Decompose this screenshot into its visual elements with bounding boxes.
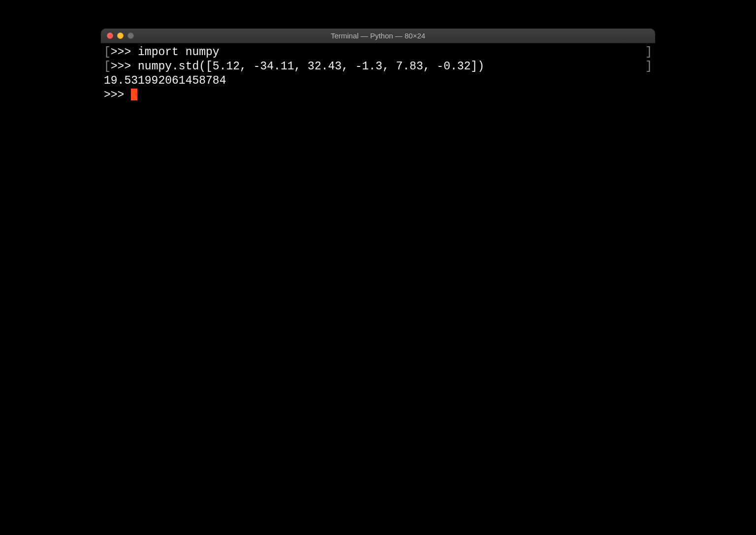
terminal-body[interactable]: [>>> import numpy] [>>> numpy.std([5.12,…: [101, 43, 655, 396]
title-bar[interactable]: Terminal — Python — 80×24: [101, 29, 655, 43]
prompt: >>>: [104, 89, 131, 101]
close-icon[interactable]: [107, 32, 113, 39]
traffic-lights: [101, 32, 134, 39]
zoom-icon[interactable]: [127, 32, 134, 39]
minimize-icon[interactable]: [117, 32, 124, 39]
terminal-line: 19.531992061458784: [104, 74, 652, 88]
bracket-left: [: [104, 60, 111, 73]
output-text: 19.531992061458784: [104, 74, 226, 87]
bracket-right: ]: [645, 45, 652, 60]
command-text: import numpy: [138, 46, 220, 59]
prompt: >>>: [111, 46, 138, 59]
cursor: [131, 89, 137, 100]
prompt: >>>: [111, 60, 138, 73]
window-title: Terminal — Python — 80×24: [331, 31, 425, 40]
command-text: numpy.std([5.12, -34.11, 32.43, -1.3, 7.…: [138, 60, 484, 73]
terminal-line: >>>: [104, 88, 652, 102]
terminal-line: [>>> numpy.std([5.12, -34.11, 32.43, -1.…: [104, 60, 652, 74]
terminal-line: [>>> import numpy]: [104, 45, 652, 60]
bracket-left: [: [104, 46, 111, 59]
terminal-window: Terminal — Python — 80×24 [>>> import nu…: [101, 29, 655, 396]
bracket-right: ]: [645, 60, 652, 74]
